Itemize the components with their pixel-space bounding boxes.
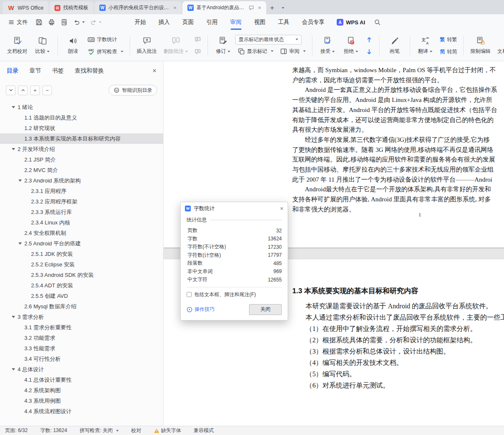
word-count-button[interactable]: 123 字数统计 [85,34,126,45]
menu-item-引用[interactable]: 引用 [200,14,224,30]
toc-item[interactable]: 2.2 MVC 简介 [0,165,163,175]
doc-proofing-button[interactable]: 文档校对 [4,34,30,57]
toc-item[interactable]: 2.3.4 Linux 内核 [0,217,163,228]
sidebar-tab-chapters[interactable]: 章节 [29,67,41,75]
menu-item-会员专享[interactable]: 会员专享 [296,14,331,30]
status-missing-font[interactable]: 缺失字体 [154,427,181,434]
toc-item[interactable]: 2.5.2 Eclipse 安装 [0,259,163,270]
toc-item[interactable]: 1 绪论 [0,102,163,112]
toc-item[interactable]: 3.3 性能需求 [0,343,163,354]
status-proofing[interactable]: 校对 [131,427,141,434]
expand-triangle-icon[interactable] [12,316,18,318]
toc-item[interactable]: 4.1 总体设计重要性 [0,375,163,385]
menu-item-工具[interactable]: 工具 [272,14,296,30]
pen-button[interactable]: 画笔 [383,34,406,57]
include-footnotes-checkbox[interactable]: 包括文本框、脚注和尾注(F) [187,291,282,298]
zoom-out-toc-button[interactable]: − [42,86,52,95]
toc-item[interactable]: 3 需求分析 [0,312,163,322]
search-icon[interactable] [372,17,383,28]
insert-comment-button[interactable]: 插入批注 [134,34,160,57]
expand-triangle-icon[interactable] [12,368,18,370]
print-button[interactable] [46,17,57,28]
collapse-all-button[interactable] [6,86,16,95]
status-page-indicator[interactable]: 页面: 6/32 [5,427,28,434]
tips-link[interactable]: 操作技巧 [187,306,215,313]
expand-triangle-icon[interactable] [12,106,18,108]
tab-wps-home[interactable]: W WPS Office [3,1,49,14]
tab-document-android-recycle[interactable]: W 基于Android的废品回收系统的 × [182,1,266,14]
delete-comment-button[interactable]: 删除批注 [161,34,191,57]
toc-item[interactable]: 2.5 Android 平台的搭建 [0,238,163,249]
status-spellcheck[interactable]: 拼写检查: 关闭 [80,427,119,434]
sidebar-tab-toc[interactable]: 目录 [7,67,18,75]
redo-button[interactable] [88,17,103,28]
dialog-close-icon[interactable]: × [280,205,283,212]
toc-item[interactable]: 4 总体设计 [0,364,163,375]
save-button[interactable] [34,17,44,28]
toc-item[interactable]: 2.5.1 JDK 的安装 [0,249,163,259]
reject-change-button[interactable]: 拒绝 [340,34,362,57]
sidebar-close-icon[interactable]: × [153,67,156,75]
toc-item[interactable]: 2.3.3 系统运行库 [0,207,163,217]
restrict-editing-button[interactable]: 限制编辑 [468,34,494,57]
undo-button[interactable] [71,17,86,28]
close-tab-icon[interactable]: × [173,5,177,11]
translate-button[interactable]: 文A 翻译 [414,34,436,57]
toc-item[interactable]: 3.2 功能需求 [0,333,163,343]
compare-button[interactable]: 比较 [31,34,54,57]
toc-item[interactable]: 2.3 Android 系统的架构 [0,175,163,186]
sidebar-tab-find-replace[interactable]: 查找和替换 [75,67,104,75]
tab-document-miniprogram[interactable]: W 小程序的免税店平台的设计与实现 开... × [94,1,182,14]
zoom-in-toc-button[interactable]: + [30,86,40,95]
markup-state-dropdown[interactable]: 显示标记的最终状态 [235,35,301,44]
encrypt-document-button[interactable]: 文档加密 [494,34,504,57]
expand-triangle-icon[interactable] [18,242,24,245]
sidebar-tab-bookmarks[interactable]: 书签 [52,67,64,75]
toc-item[interactable]: 2.3.1 应用程序 [0,186,163,196]
read-aloud-button[interactable]: 朗读 [62,34,84,57]
close-tab-icon[interactable]: × [258,5,261,11]
to-simplified-button[interactable]: 简 转简 [437,47,460,57]
status-compat-mode[interactable]: 兼容模式 [194,427,214,434]
status-word-count[interactable]: 字数: 13624 [40,427,67,434]
toc-item[interactable]: 4.2 系统架构图 [0,385,163,396]
expand-triangle-icon[interactable] [12,148,18,150]
toc-item[interactable]: 3.1 需求分析重要性 [0,322,163,333]
toc-item[interactable]: 1.3 本系统要实现的基本目标和研究内容 [0,133,163,144]
accept-change-button[interactable]: 接受 [316,34,339,57]
menu-item-页面[interactable]: 页面 [176,14,200,30]
menu-item-审阅[interactable]: 审阅 [224,14,248,30]
dialog-close-button[interactable]: 关闭 [249,304,282,315]
expand-all-button[interactable] [18,86,28,95]
tab-docer-template[interactable]: 找稿壳模板 [49,1,94,14]
toc-item[interactable]: 3.4 可行性分析 [0,354,163,364]
review-pane-button[interactable]: 审阅 [278,46,308,57]
toc-item[interactable]: 2.5.3 Android SDK 的安装 [0,270,163,280]
tab-list-dropdown[interactable] [277,3,287,13]
track-changes-button[interactable]: 修订 [212,34,234,57]
next-comment-button[interactable] [192,47,204,57]
toc-item[interactable]: 2 开发环境介绍 [0,144,163,154]
to-traditional-button[interactable]: 繁 转繁 [437,34,460,45]
menu-item-开始[interactable]: 开始 [128,14,152,30]
spell-check-button[interactable]: ABC 拼写检查 [85,47,126,57]
toc-item[interactable]: 2.1 JSP 简介 [0,154,163,165]
toc-item[interactable]: 2.3.2 应用程序框架 [0,196,163,207]
toc-item[interactable]: 2.6 Mysql 数据库介绍 [0,301,163,312]
toc-item[interactable]: 1.1 选题的目的及意义 [0,112,163,123]
print-preview-button[interactable] [59,17,70,28]
wps-ai-button[interactable]: A WPS AI [337,19,365,26]
menu-item-插入[interactable]: 插入 [152,14,176,30]
next-change-button[interactable] [363,47,375,57]
previous-comment-button[interactable] [192,34,204,45]
dialog-titlebar[interactable]: W 字数统计 × [181,202,288,215]
toc-item[interactable]: 2.5.5 创建 AVD [0,291,163,301]
menu-item-视图[interactable]: 视图 [248,14,272,30]
new-tab-button[interactable]: + [267,3,277,13]
previous-change-button[interactable] [363,34,375,45]
toc-item[interactable]: 1.2 研究现状 [0,123,163,133]
toc-item[interactable]: 2.5.4 ADT 的安装 [0,280,163,291]
expand-triangle-icon[interactable] [18,180,24,182]
toc-item[interactable]: 4.3 系统用例图 [0,396,163,406]
smart-toc-button[interactable]: 智能识别目录 [109,85,157,96]
